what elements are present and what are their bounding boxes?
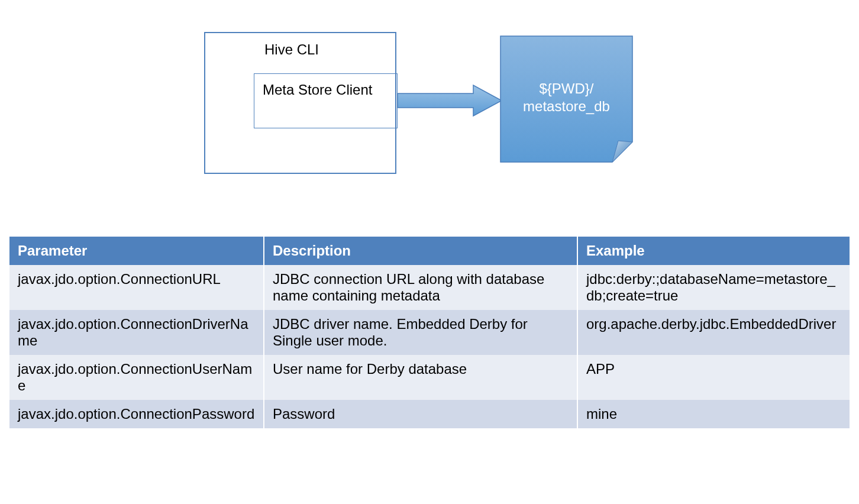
metastore-db-note-text: ${PWD}/ metastore_db <box>500 80 633 115</box>
note-line-2: metastore_db <box>523 98 610 114</box>
note-line-1: ${PWD}/ <box>539 80 593 96</box>
header-parameter: Parameter <box>9 237 264 265</box>
cell-parameter: javax.jdo.option.ConnectionUserName <box>9 355 264 400</box>
cell-description: Password <box>264 400 577 428</box>
cell-description: User name for Derby database <box>264 355 577 400</box>
parameters-table: Parameter Description Example javax.jdo.… <box>9 237 850 428</box>
table-row: javax.jdo.option.ConnectionPassword Pass… <box>9 400 850 428</box>
metastore-client-box: Meta Store Client <box>254 73 398 128</box>
cell-example: mine <box>577 400 850 428</box>
hive-cli-title: Hive CLI <box>264 41 319 58</box>
architecture-diagram: Hive CLI Meta Store Client <box>0 0 859 201</box>
cell-example: jdbc:derby:;databaseName=metastore_db;cr… <box>577 265 850 310</box>
metastore-db-note: ${PWD}/ metastore_db <box>500 35 633 163</box>
cell-parameter: javax.jdo.option.ConnectionURL <box>9 265 264 310</box>
cell-parameter: javax.jdo.option.ConnectionDriverName <box>9 310 264 355</box>
cell-example: org.apache.derby.jdbc.EmbeddedDriver <box>577 310 850 355</box>
cell-example: APP <box>577 355 850 400</box>
arrow-icon <box>396 83 503 118</box>
hive-cli-box: Hive CLI Meta Store Client <box>204 32 396 174</box>
table-row: javax.jdo.option.ConnectionUserName User… <box>9 355 850 400</box>
cell-parameter: javax.jdo.option.ConnectionPassword <box>9 400 264 428</box>
table-row: javax.jdo.option.ConnectionURL JDBC conn… <box>9 265 850 310</box>
cell-description: JDBC connection URL along with database … <box>264 265 577 310</box>
cell-description: JDBC driver name. Embedded Derby for Sin… <box>264 310 577 355</box>
header-example: Example <box>577 237 850 265</box>
table-header-row: Parameter Description Example <box>9 237 850 265</box>
table-row: javax.jdo.option.ConnectionDriverName JD… <box>9 310 850 355</box>
header-description: Description <box>264 237 577 265</box>
